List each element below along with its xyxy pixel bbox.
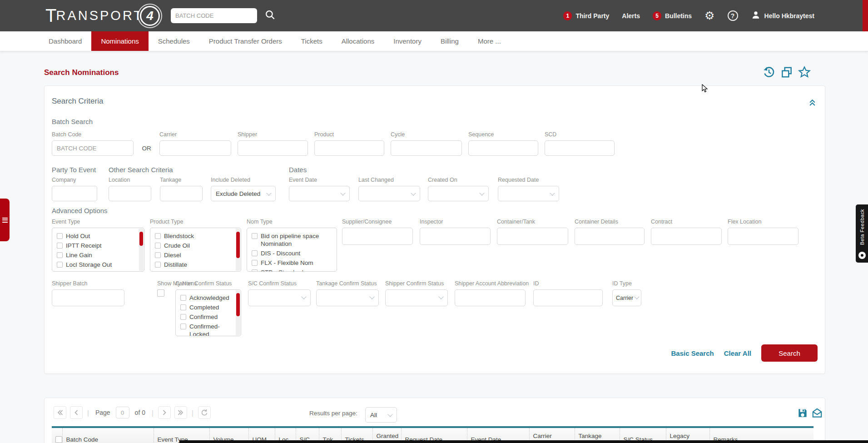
- save-icon[interactable]: [797, 407, 808, 419]
- event-type-listbox[interactable]: Hold Out IPTT Receipt Line Gain Locl Sto…: [52, 228, 144, 272]
- container-tank-input[interactable]: [497, 228, 568, 245]
- id-input[interactable]: [533, 289, 603, 306]
- carrier-confirm-option[interactable]: Confirmed-Locked: [180, 323, 234, 336]
- checkbox-icon[interactable]: [252, 250, 258, 256]
- refresh-icon[interactable]: [198, 406, 211, 419]
- nom-type-listbox[interactable]: Bid on pipeline space Nomination DIS - D…: [247, 228, 337, 272]
- checkbox-icon[interactable]: [57, 262, 63, 268]
- shipper-account-abbreviation-input[interactable]: [455, 289, 526, 306]
- tab-more[interactable]: More ...: [468, 31, 511, 51]
- contract-input[interactable]: [651, 228, 722, 245]
- tankage-confirm-status-select[interactable]: [316, 289, 379, 306]
- product-type-option[interactable]: Blendstock: [155, 232, 234, 240]
- scrollbar-track[interactable]: [139, 229, 144, 271]
- checkbox-icon[interactable]: [155, 243, 161, 249]
- checkbox-icon[interactable]: [180, 295, 186, 301]
- include-deleted-select[interactable]: Exclude Deleted: [211, 186, 276, 201]
- product-input[interactable]: [314, 140, 384, 156]
- checkbox-icon[interactable]: [155, 233, 161, 239]
- scrollbar-track[interactable]: [236, 229, 240, 271]
- beta-feedback-tab[interactable]: Beta Feedback: [856, 204, 868, 263]
- transport4-logo[interactable]: TRANSPORT 4: [45, 5, 160, 26]
- scd-input[interactable]: [545, 140, 615, 156]
- event-type-option[interactable]: Receipt: [57, 270, 138, 272]
- nom-type-option[interactable]: FLX - Flexible Nom: [252, 259, 330, 267]
- event-type-option[interactable]: Line Gain: [57, 251, 138, 259]
- id-type-select[interactable]: Carrier: [612, 289, 641, 306]
- tab-allocations[interactable]: Allocations: [332, 31, 384, 51]
- tab-tickets[interactable]: Tickets: [292, 31, 332, 51]
- tab-billing[interactable]: Billing: [431, 31, 468, 51]
- clear-all-link[interactable]: Clear All: [724, 349, 751, 357]
- tab-dashboard[interactable]: Dashboard: [39, 31, 91, 51]
- flex-location-input[interactable]: [728, 228, 799, 245]
- sc-confirm-status-select[interactable]: [248, 289, 311, 306]
- product-type-option[interactable]: Diesel: [155, 251, 234, 259]
- collapse-panel-icon[interactable]: [808, 98, 817, 108]
- carrier-confirm-option[interactable]: Acknowledged: [180, 294, 234, 302]
- checkbox-icon[interactable]: [155, 271, 161, 272]
- checkbox-icon[interactable]: [252, 233, 258, 239]
- product-type-option[interactable]: Distillate: [155, 261, 234, 269]
- carrier-confirm-option[interactable]: Confirmed: [180, 313, 234, 321]
- created-on-select[interactable]: [428, 186, 489, 201]
- event-date-select[interactable]: [289, 186, 350, 201]
- checkbox-icon[interactable]: [180, 324, 186, 329]
- last-page-button[interactable]: [174, 406, 187, 419]
- scrollbar-track[interactable]: [236, 290, 240, 335]
- third-party-link[interactable]: 1 Third Party: [563, 11, 609, 20]
- search-icon[interactable]: [264, 9, 276, 23]
- checkbox-icon[interactable]: [57, 243, 63, 249]
- product-type-option[interactable]: Fuel Oil: [155, 270, 234, 272]
- tab-product-transfer-orders[interactable]: Product Transfer Orders: [199, 31, 292, 51]
- nom-type-option[interactable]: DIS - Discount: [252, 249, 330, 257]
- checkbox-icon[interactable]: [57, 233, 63, 239]
- checkbox-icon[interactable]: [252, 269, 258, 272]
- company-input[interactable]: [52, 186, 97, 201]
- col-batch-code[interactable]: Batch Code: [62, 428, 154, 443]
- scrollbar-thumb[interactable]: [139, 232, 143, 246]
- nom-type-option[interactable]: Bid on pipeline space Nomination: [252, 232, 330, 248]
- tab-schedules[interactable]: Schedules: [149, 31, 199, 51]
- checkbox-icon[interactable]: [180, 304, 186, 310]
- prev-page-button[interactable]: [70, 406, 83, 419]
- side-menu-tab[interactable]: [0, 199, 10, 241]
- shipper-batch-input[interactable]: [52, 289, 124, 306]
- product-type-option[interactable]: Crude Oil: [155, 242, 234, 249]
- event-type-option[interactable]: Locl Storage Out: [57, 261, 138, 269]
- inspector-input[interactable]: [420, 228, 491, 245]
- cycle-input[interactable]: [391, 140, 462, 156]
- requested-date-select[interactable]: [498, 186, 559, 201]
- batch-code-input[interactable]: [52, 140, 134, 156]
- scroll-thumb[interactable]: [863, 0, 868, 31]
- shipper-confirm-status-select[interactable]: [385, 289, 448, 306]
- checkbox-icon[interactable]: [57, 252, 63, 258]
- product-type-listbox[interactable]: Blendstock Crude Oil Diesel Distillate F…: [150, 228, 241, 272]
- results-per-page-select[interactable]: All: [365, 407, 397, 423]
- sequence-input[interactable]: [468, 140, 538, 156]
- checkbox-icon[interactable]: [57, 271, 63, 272]
- select-all-checkbox[interactable]: [55, 436, 62, 443]
- show-my-noms-checkbox[interactable]: [157, 289, 164, 297]
- carrier-input[interactable]: [159, 140, 231, 156]
- event-type-option[interactable]: IPTT Receipt: [57, 242, 138, 249]
- page-number-input[interactable]: 0: [116, 407, 129, 418]
- checkbox-icon[interactable]: [180, 314, 186, 320]
- last-changed-select[interactable]: [358, 186, 420, 201]
- container-details-input[interactable]: [575, 228, 645, 245]
- tankage-input[interactable]: [160, 186, 203, 201]
- duplicate-icon[interactable]: [780, 65, 794, 79]
- location-input[interactable]: [109, 186, 151, 201]
- checkbox-icon[interactable]: [155, 262, 161, 268]
- basic-search-link[interactable]: Basic Search: [671, 349, 714, 357]
- first-page-button[interactable]: [54, 406, 66, 419]
- search-button[interactable]: Search: [761, 344, 818, 362]
- tab-nominations[interactable]: Nominations: [91, 31, 148, 51]
- global-batch-code-search-input[interactable]: [171, 8, 257, 23]
- next-page-button[interactable]: [158, 406, 171, 419]
- help-icon[interactable]: ?: [728, 10, 738, 21]
- supplier-consignee-input[interactable]: [342, 228, 413, 245]
- carrier-confirm-option[interactable]: Completed: [180, 304, 234, 311]
- user-menu[interactable]: Hello Hkbraytest: [751, 10, 814, 21]
- checkbox-icon[interactable]: [155, 252, 161, 258]
